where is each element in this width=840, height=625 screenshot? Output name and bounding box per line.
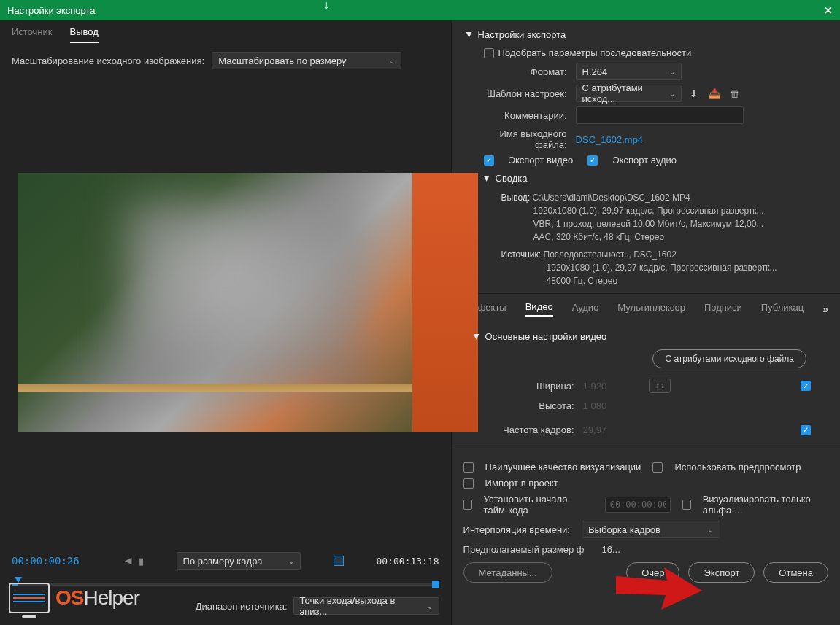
- step-icon[interactable]: ▮: [139, 556, 144, 567]
- basic-video-header[interactable]: ▶Основные настройки видео: [474, 331, 825, 342]
- aspect-icon[interactable]: [334, 556, 344, 566]
- height-value[interactable]: 1 080: [583, 400, 620, 411]
- export-button[interactable]: Экспорт: [688, 562, 755, 583]
- triangle-left-icon[interactable]: ◄: [123, 554, 134, 567]
- preview-tabs: Источник Вывод: [0, 20, 451, 43]
- match-sequence-checkbox[interactable]: [484, 48, 494, 58]
- playhead-icon[interactable]: [15, 577, 22, 583]
- chevron-down-icon: ⌄: [288, 557, 294, 565]
- cancel-button[interactable]: Отмена: [763, 562, 828, 583]
- format-dropdown[interactable]: H.264⌄: [576, 63, 682, 80]
- preview-area: [0, 78, 451, 543]
- close-icon[interactable]: ✕: [823, 4, 833, 18]
- match-source-button[interactable]: С атрибутами исходного файла: [652, 349, 806, 368]
- set-timecode-checkbox[interactable]: [463, 500, 472, 510]
- width-lock-checkbox[interactable]: ✓: [801, 381, 811, 391]
- tab-source[interactable]: Источник: [12, 26, 53, 43]
- fit-dropdown[interactable]: По размеру кадра⌄: [177, 552, 301, 570]
- total-time: 00:00:13:18: [377, 556, 439, 567]
- summary-header[interactable]: ▶Сводка: [484, 173, 828, 184]
- import-preset-icon[interactable]: 📥: [706, 85, 723, 101]
- fps-value[interactable]: 29,97: [583, 424, 620, 435]
- subtab-audio[interactable]: Аудио: [572, 302, 599, 316]
- settings-subtabs: Эффекты Видео Аудио Мультиплексор Подпис…: [452, 293, 840, 324]
- preview-pane: Источник Вывод Масштабирование исходного…: [0, 20, 452, 625]
- link-dimensions-icon[interactable]: ⬚: [649, 379, 671, 393]
- chevron-down-icon: ⌄: [389, 57, 395, 65]
- range-dropdown[interactable]: Точки входа/выхода в эпиз...⌄: [293, 597, 439, 615]
- preset-dropdown[interactable]: С атрибутами исход...⌄: [576, 85, 682, 102]
- best-quality-checkbox[interactable]: [463, 462, 474, 473]
- scale-label: Масштабирование исходного изображения:: [12, 55, 204, 66]
- more-tabs-icon[interactable]: »: [822, 303, 828, 315]
- out-point-icon[interactable]: [432, 581, 439, 588]
- export-audio-checkbox[interactable]: ✓: [587, 155, 598, 166]
- save-preset-icon[interactable]: ⬇: [686, 85, 702, 101]
- subtab-video[interactable]: Видео: [525, 301, 553, 317]
- comments-input[interactable]: [576, 106, 744, 124]
- range-label: Диапазон источника:: [196, 601, 288, 612]
- use-preview-checkbox[interactable]: [652, 462, 663, 473]
- output-name-link[interactable]: DSC_1602.mp4: [576, 134, 644, 145]
- preview-image: [18, 173, 478, 432]
- alpha-only-checkbox[interactable]: [682, 500, 691, 510]
- monitor-icon: [9, 583, 50, 613]
- current-time[interactable]: 00:00:00:26: [12, 555, 80, 567]
- width-value[interactable]: 1 920: [583, 381, 620, 392]
- metadata-button[interactable]: Метаданны...: [463, 562, 552, 583]
- import-project-checkbox[interactable]: [463, 478, 474, 489]
- scale-dropdown[interactable]: Масштабировать по размеру⌄: [212, 52, 401, 69]
- export-settings-header[interactable]: ▶Настройки экспорта: [466, 29, 828, 40]
- subtab-publish[interactable]: Публикац: [761, 302, 804, 316]
- subtab-mux[interactable]: Мультиплексор: [617, 302, 685, 316]
- window-title: Настройки экспорта: [7, 5, 96, 16]
- delete-preset-icon[interactable]: 🗑: [727, 85, 743, 101]
- fps-lock-checkbox[interactable]: ✓: [801, 425, 811, 435]
- export-video-checkbox[interactable]: ✓: [484, 155, 494, 166]
- timecode-input[interactable]: [605, 497, 671, 513]
- queue-button[interactable]: Очер: [626, 562, 679, 583]
- download-arrow-icon: ↓: [323, 0, 329, 12]
- title-bar: Настройки экспорта ↓ ✕: [0, 0, 840, 20]
- watermark-logo: OSHelper: [9, 583, 139, 613]
- chevron-down-icon: ⌄: [427, 602, 433, 610]
- subtab-captions[interactable]: Подписи: [704, 302, 742, 316]
- tab-output[interactable]: Вывод: [70, 26, 99, 43]
- interpolation-dropdown[interactable]: Выборка кадров⌄: [582, 521, 720, 538]
